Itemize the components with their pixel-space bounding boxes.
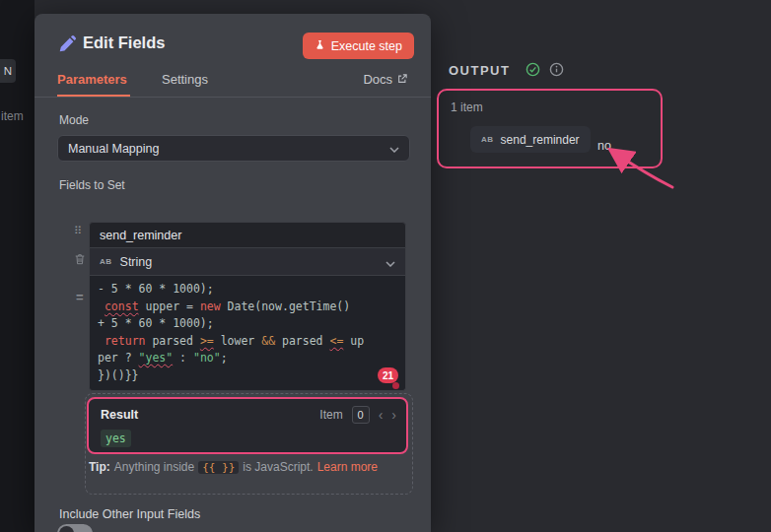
annotation-arrow bbox=[588, 134, 696, 203]
success-check-icon bbox=[526, 62, 540, 81]
sidebar-fragment-item: item bbox=[1, 109, 24, 123]
include-other-fields-label: Include Other Input Fields bbox=[59, 507, 200, 521]
sidebar-fragment-button[interactable]: N bbox=[0, 59, 16, 83]
field-type-value: String bbox=[120, 255, 378, 269]
result-item-index[interactable]: 0 bbox=[352, 406, 370, 424]
result-label: Result bbox=[101, 408, 138, 422]
result-next-button[interactable]: › bbox=[391, 408, 396, 422]
include-other-fields-toggle[interactable] bbox=[57, 524, 93, 532]
trash-icon[interactable] bbox=[74, 251, 86, 269]
external-link-icon bbox=[397, 72, 407, 87]
tip-bar: Tip: Anything inside {{ }} is JavaScript… bbox=[89, 460, 414, 474]
chevron-down-icon bbox=[389, 142, 399, 156]
panel-title: Edit Fields bbox=[83, 33, 165, 52]
tab-parameters[interactable]: Parameters bbox=[57, 72, 127, 87]
braces-chip: {{ }} bbox=[198, 461, 239, 474]
docs-label: Docs bbox=[363, 72, 392, 87]
tip-text-after: is JavaScript. bbox=[243, 460, 313, 474]
output-title: OUTPUT bbox=[449, 63, 510, 78]
toggle-knob bbox=[59, 526, 74, 532]
output-field-pill[interactable]: AB send_reminder bbox=[470, 126, 591, 153]
pencil-icon bbox=[58, 35, 76, 53]
output-field-name: send_reminder bbox=[501, 133, 580, 147]
result-preview-box: Result Item 0 ‹ › yes bbox=[87, 397, 408, 454]
field-name-input[interactable] bbox=[89, 222, 406, 248]
mode-select[interactable]: Manual Mapping bbox=[57, 135, 410, 162]
mode-label: Mode bbox=[59, 113, 89, 127]
issue-count-badge: 21 bbox=[378, 367, 398, 383]
mode-select-value: Manual Mapping bbox=[68, 142, 159, 156]
expression-toggle-icon[interactable]: = bbox=[76, 290, 84, 304]
chevron-down-icon bbox=[386, 253, 395, 271]
result-value: yes bbox=[101, 430, 131, 447]
docs-link[interactable]: Docs bbox=[363, 72, 407, 87]
tabs-divider bbox=[35, 97, 431, 98]
app-root: N item Edit Fields Execute step Paramete… bbox=[0, 0, 771, 532]
edit-fields-panel: Edit Fields Execute step Parameters Sett… bbox=[35, 14, 431, 532]
code-editor[interactable]: - 5 * 60 * 1000); const upper = new Date… bbox=[89, 276, 406, 391]
learn-more-link[interactable]: Learn more bbox=[317, 460, 378, 474]
issue-dot bbox=[392, 382, 399, 389]
execute-step-label: Execute step bbox=[331, 39, 402, 53]
drag-handle-icon[interactable]: ⠿ bbox=[74, 225, 82, 237]
result-item-label: Item bbox=[319, 408, 342, 422]
sidebar-fragment-label: N bbox=[4, 65, 12, 77]
string-type-icon: AB bbox=[481, 135, 494, 144]
tab-settings[interactable]: Settings bbox=[162, 72, 208, 87]
background-sidebar: N item bbox=[0, 0, 35, 532]
tip-text-before: Anything inside bbox=[114, 460, 194, 474]
fields-to-set-label: Fields to Set bbox=[59, 178, 125, 192]
field-type-select[interactable]: AB String bbox=[89, 248, 406, 276]
output-item-count: 1 item bbox=[451, 100, 483, 114]
tip-prefix: Tip: bbox=[89, 460, 110, 474]
result-prev-button[interactable]: ‹ bbox=[379, 408, 384, 422]
string-type-icon: AB bbox=[100, 257, 112, 266]
execute-step-button[interactable]: Execute step bbox=[303, 33, 414, 59]
info-icon[interactable] bbox=[549, 62, 564, 81]
flask-icon bbox=[315, 39, 325, 53]
